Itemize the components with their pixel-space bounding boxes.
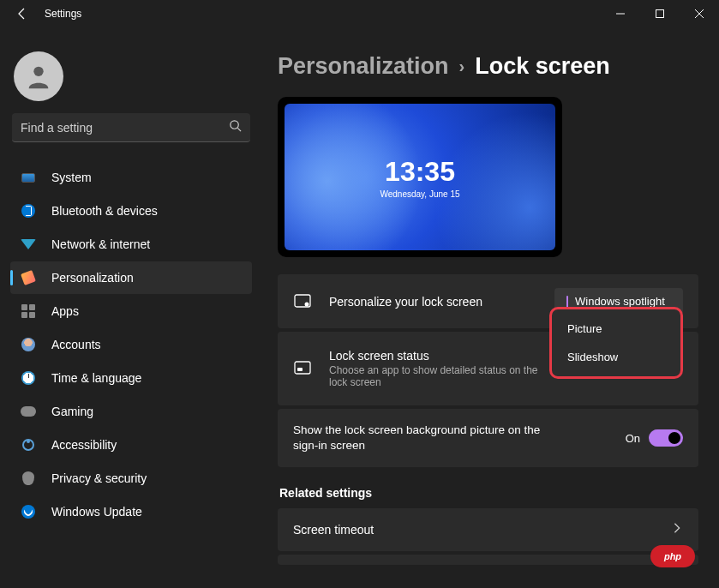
screen-timeout-row[interactable]: Screen timeout	[278, 508, 698, 551]
svg-rect-6	[297, 368, 303, 371]
minimize-button[interactable]	[601, 0, 640, 27]
setting-title: Screen timeout	[293, 523, 671, 537]
select-value: Windows spotlight	[575, 295, 665, 308]
lock-screen-source-dropdown: Picture Slideshow	[549, 307, 683, 379]
preview-image: 13:35 Wednesday, June 15	[285, 104, 555, 250]
main-content: Personalization › Lock screen 13:35 Wedn…	[262, 27, 719, 588]
user-avatar[interactable]	[14, 51, 63, 101]
dropdown-option-picture[interactable]: Picture	[552, 315, 680, 343]
status-icon	[293, 359, 312, 378]
sidebar-item-label: Bluetooth & devices	[51, 204, 158, 218]
breadcrumb-current: Lock screen	[475, 53, 610, 80]
sidebar-item-label: Gaming	[51, 405, 93, 418]
chevron-right-icon: ›	[459, 57, 465, 76]
window-title: Settings	[45, 8, 81, 20]
bluetooth-icon	[21, 203, 36, 219]
sidebar-item-label: Privacy & security	[51, 471, 147, 485]
preview-date: Wednesday, June 15	[380, 189, 459, 199]
gaming-icon	[21, 404, 36, 419]
setting-subtitle: Choose an app to show detailed status on…	[329, 364, 552, 388]
sidebar-item-label: Time & language	[51, 371, 141, 385]
sidebar-item-personalization[interactable]: Personalization	[10, 261, 252, 294]
title-bar: Settings	[0, 0, 719, 27]
update-icon	[21, 504, 36, 519]
sidebar-item-update[interactable]: Windows Update	[10, 495, 252, 528]
wifi-icon	[21, 237, 36, 252]
window-controls	[601, 0, 719, 27]
setting-title: Show the lock screen background picture …	[293, 423, 567, 453]
clock-icon	[21, 370, 36, 386]
sidebar-item-label: Accounts	[51, 338, 101, 351]
sidebar-item-time[interactable]: Time & language	[10, 362, 252, 394]
sidebar-item-apps[interactable]: Apps	[10, 295, 252, 327]
sidebar-item-label: Windows Update	[51, 505, 142, 519]
maximize-button[interactable]	[640, 0, 680, 27]
sidebar-item-gaming[interactable]: Gaming	[10, 395, 252, 428]
svg-point-2	[231, 121, 238, 129]
setting-title: Personalize your lock screen	[329, 295, 554, 309]
sidebar-item-system[interactable]: System	[10, 161, 252, 194]
close-button[interactable]	[680, 0, 719, 27]
partial-row[interactable]	[278, 555, 698, 565]
lock-screen-preview: 13:35 Wednesday, June 15	[278, 97, 562, 257]
shield-icon	[21, 471, 36, 486]
toggle-state-label: On	[626, 432, 640, 445]
breadcrumb-parent[interactable]: Personalization	[278, 53, 449, 80]
breadcrumb: Personalization › Lock screen	[278, 53, 698, 80]
sidebar-item-label: Network & internet	[51, 237, 150, 251]
personalization-icon	[21, 270, 36, 285]
sidebar-item-label: Personalization	[51, 271, 134, 285]
search-input[interactable]	[21, 121, 229, 135]
sidebar-item-label: Accessibility	[51, 438, 117, 452]
accounts-icon	[21, 337, 36, 352]
chevron-right-icon	[671, 522, 683, 537]
signin-background-toggle[interactable]	[649, 429, 683, 447]
sidebar-item-label: System	[51, 171, 92, 184]
sidebar-item-privacy[interactable]: Privacy & security	[10, 462, 252, 495]
related-settings-heading: Related settings	[279, 486, 698, 500]
svg-rect-5	[295, 362, 310, 374]
search-box[interactable]	[12, 113, 250, 142]
apps-icon	[21, 303, 36, 319]
sidebar-item-accounts[interactable]: Accounts	[10, 328, 252, 361]
search-icon	[229, 119, 242, 135]
system-icon	[21, 170, 36, 185]
sidebar-item-label: Apps	[51, 304, 79, 318]
sidebar-item-network[interactable]: Network & internet	[10, 228, 252, 261]
personalize-lock-screen-row[interactable]: Personalize your lock screen Windows spo…	[278, 274, 698, 328]
picture-icon	[293, 292, 312, 311]
signin-background-row: Show the lock screen background picture …	[278, 409, 698, 467]
sidebar-item-accessibility[interactable]: Accessibility	[10, 429, 252, 461]
svg-point-4	[305, 302, 309, 306]
dropdown-option-slideshow[interactable]: Slideshow	[552, 343, 680, 371]
back-button[interactable]	[12, 3, 33, 24]
svg-rect-0	[656, 10, 664, 18]
select-indicator	[566, 296, 568, 308]
sidebar: System Bluetooth & devices Network & int…	[0, 27, 262, 588]
php-badge-icon: php	[650, 545, 695, 567]
sidebar-item-bluetooth[interactable]: Bluetooth & devices	[10, 195, 252, 227]
accessibility-icon	[21, 437, 36, 453]
svg-point-1	[33, 67, 43, 76]
preview-time: 13:35	[385, 156, 455, 188]
